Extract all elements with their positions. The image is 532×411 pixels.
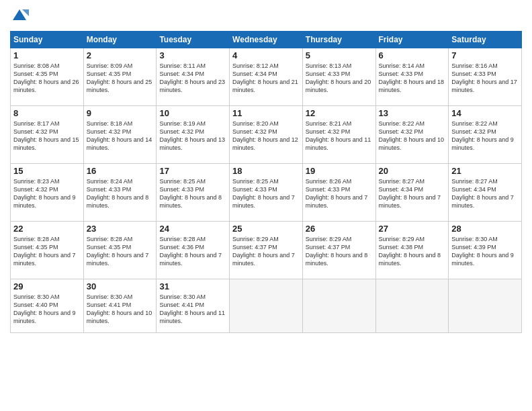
- calendar-header-friday: Friday: [375, 32, 449, 48]
- day-info: Sunrise: 8:11 AMSunset: 4:34 PMDaylight:…: [159, 62, 226, 95]
- day-info: Sunrise: 8:21 AMSunset: 4:32 PMDaylight:…: [306, 120, 373, 152]
- day-number: 1: [13, 50, 81, 60]
- day-info: Sunrise: 8:28 AMSunset: 4:35 PMDaylight:…: [13, 235, 81, 268]
- calendar-cell: 29Sunrise: 8:30 AMSunset: 4:40 PMDayligh…: [11, 279, 84, 333]
- calendar-header-saturday: Saturday: [449, 32, 522, 48]
- day-info: Sunrise: 8:28 AMSunset: 4:36 PMDaylight:…: [159, 235, 226, 268]
- calendar-table: SundayMondayTuesdayWednesdayThursdayFrid…: [10, 31, 522, 333]
- day-number: 29: [13, 281, 81, 291]
- calendar-cell: 8Sunrise: 8:17 AMSunset: 4:32 PMDaylight…: [11, 106, 84, 164]
- day-number: 11: [232, 108, 300, 118]
- day-info: Sunrise: 8:20 AMSunset: 4:32 PMDaylight:…: [232, 120, 300, 152]
- calendar-cell: 6Sunrise: 8:14 AMSunset: 4:33 PMDaylight…: [375, 48, 449, 106]
- page: SundayMondayTuesdayWednesdayThursdayFrid…: [0, 0, 532, 411]
- calendar-cell: 31Sunrise: 8:30 AMSunset: 4:41 PMDayligh…: [157, 279, 230, 333]
- day-number: 13: [379, 108, 446, 118]
- calendar-cell: 25Sunrise: 8:29 AMSunset: 4:37 PMDayligh…: [230, 222, 303, 279]
- day-info: Sunrise: 8:26 AMSunset: 4:33 PMDaylight:…: [306, 177, 373, 210]
- calendar-cell: 26Sunrise: 8:29 AMSunset: 4:37 PMDayligh…: [302, 222, 375, 279]
- day-number: 19: [306, 166, 373, 176]
- day-number: 2: [87, 50, 154, 60]
- calendar-cell: 19Sunrise: 8:26 AMSunset: 4:33 PMDayligh…: [302, 164, 375, 222]
- day-info: Sunrise: 8:30 AMSunset: 4:41 PMDaylight:…: [159, 293, 226, 326]
- day-info: Sunrise: 8:22 AMSunset: 4:32 PMDaylight:…: [451, 120, 519, 152]
- calendar-cell: 10Sunrise: 8:19 AMSunset: 4:32 PMDayligh…: [157, 106, 230, 164]
- calendar-week-2: 8Sunrise: 8:17 AMSunset: 4:32 PMDaylight…: [11, 106, 522, 164]
- day-number: 15: [13, 166, 81, 176]
- day-info: Sunrise: 8:16 AMSunset: 4:33 PMDaylight:…: [451, 62, 519, 95]
- calendar-header-thursday: Thursday: [302, 32, 375, 48]
- calendar-cell: 23Sunrise: 8:28 AMSunset: 4:35 PMDayligh…: [83, 222, 157, 279]
- calendar-cell: 3Sunrise: 8:11 AMSunset: 4:34 PMDaylight…: [157, 48, 230, 106]
- day-number: 18: [232, 166, 300, 176]
- calendar-cell: 24Sunrise: 8:28 AMSunset: 4:36 PMDayligh…: [157, 222, 230, 279]
- day-info: Sunrise: 8:18 AMSunset: 4:32 PMDaylight:…: [87, 120, 154, 152]
- day-number: 27: [379, 224, 446, 234]
- calendar-week-1: 1Sunrise: 8:08 AMSunset: 4:35 PMDaylight…: [11, 48, 522, 106]
- day-number: 16: [87, 166, 154, 176]
- day-number: 14: [451, 108, 519, 118]
- day-number: 30: [87, 281, 154, 291]
- day-number: 26: [306, 224, 373, 234]
- day-info: Sunrise: 8:29 AMSunset: 4:38 PMDaylight:…: [379, 235, 446, 268]
- day-info: Sunrise: 8:29 AMSunset: 4:37 PMDaylight:…: [232, 235, 300, 268]
- calendar-cell: [230, 279, 303, 333]
- calendar-cell: 13Sunrise: 8:22 AMSunset: 4:32 PMDayligh…: [375, 106, 449, 164]
- day-info: Sunrise: 8:22 AMSunset: 4:32 PMDaylight:…: [379, 120, 446, 152]
- calendar-cell: 27Sunrise: 8:29 AMSunset: 4:38 PMDayligh…: [375, 222, 449, 279]
- day-number: 3: [159, 50, 226, 60]
- calendar-cell: 20Sunrise: 8:27 AMSunset: 4:34 PMDayligh…: [375, 164, 449, 222]
- header: [10, 7, 522, 26]
- day-info: Sunrise: 8:30 AMSunset: 4:39 PMDaylight:…: [451, 235, 519, 268]
- day-number: 21: [451, 166, 519, 176]
- day-info: Sunrise: 8:30 AMSunset: 4:40 PMDaylight:…: [13, 293, 81, 326]
- calendar-cell: 11Sunrise: 8:20 AMSunset: 4:32 PMDayligh…: [230, 106, 303, 164]
- day-number: 8: [13, 108, 81, 118]
- calendar-cell: 16Sunrise: 8:24 AMSunset: 4:33 PMDayligh…: [83, 164, 157, 222]
- day-number: 20: [379, 166, 446, 176]
- calendar-cell: 7Sunrise: 8:16 AMSunset: 4:33 PMDaylight…: [449, 48, 522, 106]
- calendar-week-3: 15Sunrise: 8:23 AMSunset: 4:32 PMDayligh…: [11, 164, 522, 222]
- calendar-cell: [302, 279, 375, 333]
- day-number: 6: [379, 50, 446, 60]
- day-number: 22: [13, 224, 81, 234]
- day-info: Sunrise: 8:12 AMSunset: 4:34 PMDaylight:…: [232, 62, 300, 95]
- day-info: Sunrise: 8:27 AMSunset: 4:34 PMDaylight:…: [451, 177, 519, 210]
- day-info: Sunrise: 8:29 AMSunset: 4:37 PMDaylight:…: [306, 235, 373, 268]
- day-info: Sunrise: 8:24 AMSunset: 4:33 PMDaylight:…: [87, 177, 154, 210]
- logo-icon: [10, 7, 29, 26]
- calendar-week-4: 22Sunrise: 8:28 AMSunset: 4:35 PMDayligh…: [11, 222, 522, 279]
- calendar-cell: 14Sunrise: 8:22 AMSunset: 4:32 PMDayligh…: [449, 106, 522, 164]
- day-number: 24: [159, 224, 226, 234]
- calendar-cell: 5Sunrise: 8:13 AMSunset: 4:33 PMDaylight…: [302, 48, 375, 106]
- day-number: 5: [306, 50, 373, 60]
- day-number: 9: [87, 108, 154, 118]
- calendar-cell: [449, 279, 522, 333]
- day-number: 12: [306, 108, 373, 118]
- day-number: 7: [451, 50, 519, 60]
- day-info: Sunrise: 8:25 AMSunset: 4:33 PMDaylight:…: [232, 177, 300, 210]
- logo: [10, 7, 32, 26]
- calendar-cell: [375, 279, 449, 333]
- calendar-cell: 2Sunrise: 8:09 AMSunset: 4:35 PMDaylight…: [83, 48, 157, 106]
- calendar-cell: 21Sunrise: 8:27 AMSunset: 4:34 PMDayligh…: [449, 164, 522, 222]
- day-number: 10: [159, 108, 226, 118]
- day-number: 4: [232, 50, 300, 60]
- calendar-cell: 17Sunrise: 8:25 AMSunset: 4:33 PMDayligh…: [157, 164, 230, 222]
- calendar-header-monday: Monday: [83, 32, 157, 48]
- calendar-cell: 15Sunrise: 8:23 AMSunset: 4:32 PMDayligh…: [11, 164, 84, 222]
- day-number: 28: [451, 224, 519, 234]
- calendar-cell: 30Sunrise: 8:30 AMSunset: 4:41 PMDayligh…: [83, 279, 157, 333]
- day-info: Sunrise: 8:27 AMSunset: 4:34 PMDaylight:…: [379, 177, 446, 210]
- day-info: Sunrise: 8:19 AMSunset: 4:32 PMDaylight:…: [159, 120, 226, 152]
- calendar-cell: 22Sunrise: 8:28 AMSunset: 4:35 PMDayligh…: [11, 222, 84, 279]
- calendar-cell: 1Sunrise: 8:08 AMSunset: 4:35 PMDaylight…: [11, 48, 84, 106]
- calendar-header-wednesday: Wednesday: [230, 32, 303, 48]
- day-number: 25: [232, 224, 300, 234]
- day-info: Sunrise: 8:13 AMSunset: 4:33 PMDaylight:…: [306, 62, 373, 95]
- day-info: Sunrise: 8:17 AMSunset: 4:32 PMDaylight:…: [13, 120, 81, 152]
- day-number: 17: [159, 166, 226, 176]
- day-number: 31: [159, 281, 226, 291]
- calendar-week-5: 29Sunrise: 8:30 AMSunset: 4:40 PMDayligh…: [11, 279, 522, 333]
- calendar-header-sunday: Sunday: [11, 32, 84, 48]
